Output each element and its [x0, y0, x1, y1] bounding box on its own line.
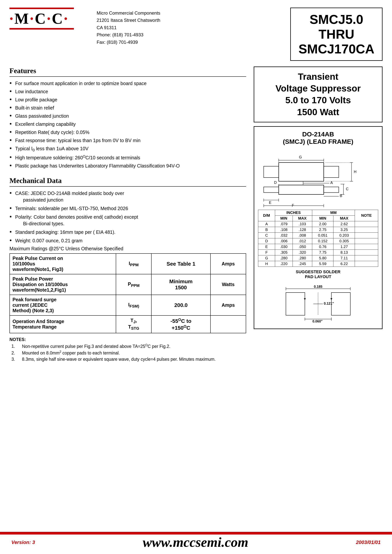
company-info: Micro Commercial Components 21201 Itasca… [97, 7, 160, 46]
svg-text:0.060": 0.060" [312, 319, 323, 323]
note-item: Non-repetitive current pulse per Fig.3 a… [16, 343, 246, 349]
notes-list: Non-repetitive current pulse per Fig.3 a… [9, 343, 246, 362]
dimensions-table: D/M INCHES MM NOTE MIN MAX MIN MAX [258, 210, 378, 267]
package-title: DO-214AB(SMCJ) (LEAD FRAME) [258, 131, 378, 145]
part-number-box: SMCJ5.0THRUSMCJ170CA [290, 7, 383, 61]
part-number-title: SMCJ5.0THRUSMCJ170CA [298, 12, 374, 56]
dim-min-header: MIN [275, 216, 293, 221]
dim-col-header: D/M [258, 210, 275, 221]
table-row: D.006.0120.1520.305 [258, 238, 378, 244]
svg-rect-37 [331, 293, 350, 315]
feature-item: Glass passivated junction [9, 113, 246, 119]
svg-text:C: C [346, 187, 349, 191]
dim-inches-header: INCHES [275, 210, 312, 216]
svg-text:D: D [274, 180, 277, 184]
company-name: Micro Commercial Components [97, 9, 160, 17]
svg-rect-3 [279, 185, 324, 195]
rating-label: Peak Pulse Current on10/1000uswaveform(N… [10, 253, 116, 274]
note-item: 8.3ms, single half sine-wave or equivale… [16, 357, 246, 362]
footer-date: 2003/01/01 [356, 540, 383, 545]
feature-item: For surface mount application in order t… [9, 80, 246, 87]
table-row: A.079.1032.002.62 [258, 221, 378, 227]
features-title: Features [9, 66, 246, 77]
footer-version: Version: 3 [9, 540, 35, 545]
note-item: Mounted on 8.0mm2 copper pads to each te… [16, 350, 246, 356]
feature-item: Typical I0 less than 1uA above 10V [9, 145, 246, 153]
feature-item: Low inductance [9, 88, 246, 95]
features-list: For surface mount application in order t… [9, 80, 246, 169]
rating-symbol: TJ,TSTG [116, 316, 151, 333]
page: ·M·C·C· Micro Commercial Components 2120… [0, 0, 392, 554]
mechanical-list: CASE: JEDEC DO-214AB molded plastic body… [9, 190, 246, 244]
rating-value: 200.0 [151, 295, 210, 316]
rating-value: -55OC to+150OC [151, 316, 210, 333]
version-value: 3 [32, 540, 35, 545]
dim-note-header: NOTE [355, 210, 378, 221]
svg-rect-0 [264, 166, 279, 177]
dim-max-header: MAX [293, 216, 312, 221]
feature-item: Fast response time: typical less than 1p… [9, 137, 246, 144]
dimensions-table-container: D/M INCHES MM NOTE MIN MAX MIN MAX [258, 210, 378, 267]
rating-symbol: IFSM) [116, 295, 151, 316]
mechanical-item: Polarity: Color band denotes positive en… [9, 214, 246, 227]
company-fax: Fax: (818) 701-4939 [97, 39, 160, 46]
feature-item: Built-in strain relief [9, 105, 246, 111]
mechanical-item: Weight: 0.007 ounce, 0.21 gram [9, 237, 246, 244]
table-row: H.220.2455.596.22 [258, 261, 378, 267]
footer-url: www.mccsemi.com [35, 534, 356, 550]
logo-top-bar [9, 7, 74, 9]
rating-value: Minimum1500 [151, 274, 210, 295]
feature-item: Repetition Rate( duty cycle): 0.05% [9, 129, 246, 136]
svg-marker-52 [330, 298, 332, 300]
diagram-area: C B G H [258, 147, 378, 208]
company-address1: 21201 Itasca Street Chatsworth [97, 17, 160, 24]
svg-rect-1 [279, 162, 324, 181]
feature-item: High temperature soldering: 260OC/10 sec… [9, 154, 246, 161]
logo-section: ·M·C·C· [9, 7, 82, 29]
features-section: Features For surface mount application i… [9, 66, 246, 171]
footer-red-bar [0, 532, 392, 534]
feature-item: Low profile package [9, 97, 246, 103]
feature-item: Plastic package has Underwrites Laborato… [9, 162, 246, 169]
mechanical-item: CASE: JEDEC DO-214AB molded plastic body… [9, 190, 246, 203]
rating-symbol: PPPM [116, 274, 151, 295]
mechanical-item: Standard packaging: 16mm tape per ( EIA … [9, 229, 246, 236]
right-column: TransientVoltage Suppressor5.0 to 170 Vo… [254, 66, 383, 526]
svg-text:G: G [299, 155, 302, 159]
mechanical-section: Mechanical Data CASE: JEDEC DO-214AB mol… [9, 176, 246, 363]
logo-text: ·M·C·C· [9, 11, 69, 26]
main-content: Features For surface mount application i… [9, 66, 383, 526]
table-row: E.030.0500.761.27 [258, 244, 378, 250]
table-row: C.032.0080.0510.203 [258, 233, 378, 238]
rating-label: Peak Pulse PowerDisspation on 10/1000usw… [10, 274, 116, 295]
svg-text:B: B [340, 194, 342, 198]
svg-rect-4 [264, 187, 279, 193]
company-address2: CA 91311 [97, 24, 160, 31]
svg-text:A: A [330, 181, 333, 185]
feature-item: Excellent clamping capability [9, 121, 246, 127]
notes-section: NOTES: Non-repetitive current pulse per … [9, 337, 246, 362]
table-row: G.280.2805.807.11 [258, 255, 378, 261]
left-column: Features For surface mount application i… [9, 66, 246, 526]
table-row: Operation And StorageTemperature Range T… [10, 316, 246, 333]
logo-bottom-bar [9, 28, 74, 29]
rating-symbol: IPPM [116, 253, 151, 274]
rating-unit: Amps [210, 295, 246, 316]
table-row: F.305.3207.758.13 [258, 250, 378, 255]
top-header: ·M·C·C· Micro Commercial Components 2120… [9, 7, 383, 61]
tvs-title: TransientVoltage Suppressor5.0 to 170 Vo… [260, 71, 376, 118]
svg-text:0.121": 0.121" [324, 302, 334, 305]
mechanical-title: Mechanical Data [9, 176, 246, 187]
table-row: B.108.1282.753.25 [258, 227, 378, 233]
dim-mm-max-header: MAX [333, 216, 355, 221]
table-row: Peak Pulse PowerDisspation on 10/1000usw… [10, 274, 246, 295]
version-label: Version: [11, 540, 31, 545]
max-ratings-note: Maximum Ratings @25°C Unless Otherwise S… [9, 246, 246, 252]
rating-label: Peak forward surgecurrent (JEDECMethod) … [10, 295, 116, 316]
rating-value: See Table 1 [151, 253, 210, 274]
notes-title: NOTES: [9, 337, 246, 342]
svg-text:0.185: 0.185 [314, 285, 322, 288]
package-box: DO-214AB(SMCJ) (LEAD FRAME) [254, 126, 383, 329]
svg-text:H: H [354, 169, 356, 174]
table-row: Peak Pulse Current on10/1000uswaveform(N… [10, 253, 246, 274]
